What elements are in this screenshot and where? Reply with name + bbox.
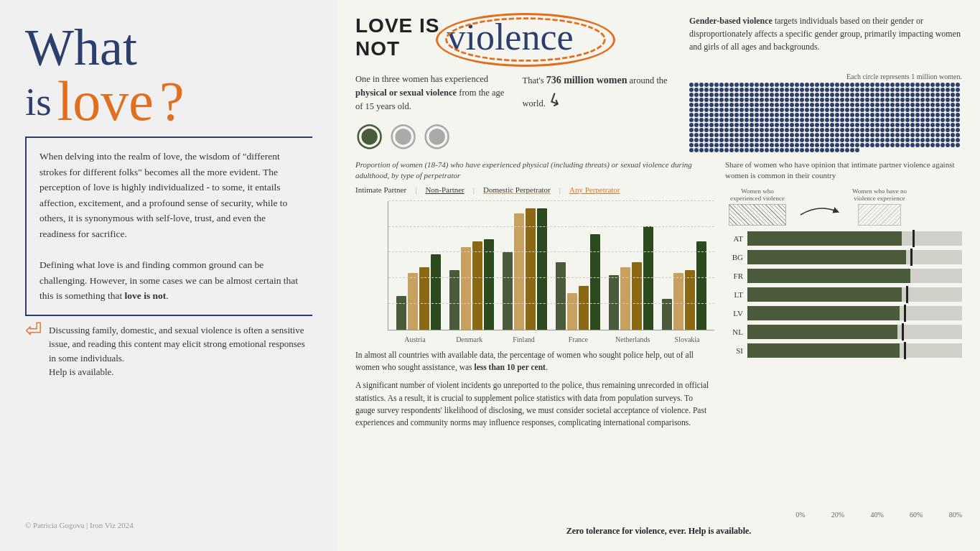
- dot: [729, 128, 734, 132]
- dot: [905, 113, 910, 117]
- dot: [935, 128, 940, 132]
- dot: [885, 118, 890, 122]
- dot: [770, 83, 774, 87]
- dot: [785, 108, 789, 112]
- dot: [880, 113, 885, 117]
- dot: [790, 123, 794, 127]
- dot: [865, 93, 869, 97]
- dot: [755, 98, 759, 102]
- dot: [805, 133, 809, 137]
- dot: [714, 103, 719, 107]
- hbar-fill: [747, 231, 902, 246]
- dot: [930, 93, 935, 97]
- dot: [951, 88, 955, 92]
- dot: [845, 83, 849, 87]
- one-in-three-text: One in three women has experienced physi…: [355, 73, 508, 113]
- dot: [775, 93, 779, 97]
- bar-any: [431, 254, 441, 329]
- hbar-track: [747, 325, 962, 339]
- dot: [951, 108, 955, 112]
- dot: [714, 138, 719, 142]
- dot: [825, 123, 829, 127]
- dot: [830, 123, 834, 127]
- legend-domestic[interactable]: Domestic Perpetrator: [483, 185, 551, 195]
- dot: [760, 148, 764, 152]
- dot: [729, 143, 734, 147]
- dot: [830, 108, 834, 112]
- dot: [755, 118, 759, 122]
- legend-nonpartner[interactable]: Non-Partner: [425, 185, 464, 195]
- dot: [719, 103, 724, 107]
- legend-intimate[interactable]: Intimate Partner: [355, 185, 406, 195]
- hbar-country-label: LV: [725, 309, 743, 318]
- dot: [890, 138, 895, 142]
- dot: [785, 83, 789, 87]
- dot: [875, 118, 879, 122]
- dot: [905, 123, 910, 127]
- legend-row: Intimate Partner | Non-Partner | Domesti…: [355, 185, 714, 195]
- dot: [755, 128, 759, 132]
- dot: [930, 118, 935, 122]
- dot: [694, 103, 699, 107]
- dot: [865, 128, 869, 132]
- dot: [709, 83, 714, 87]
- dot: [920, 118, 925, 122]
- dot: [820, 108, 824, 112]
- dot: [765, 93, 769, 97]
- legend-any[interactable]: Any Perpetrator: [569, 185, 620, 195]
- dot: [845, 148, 849, 152]
- dot: [895, 88, 900, 92]
- dot: [795, 143, 799, 147]
- dot: [855, 118, 859, 122]
- dot: [870, 98, 874, 102]
- dot: [704, 133, 709, 137]
- dot: [815, 113, 819, 117]
- dot: [915, 128, 920, 132]
- hbar-row: BG: [725, 250, 962, 264]
- dot: [946, 123, 950, 127]
- dot: [750, 148, 754, 152]
- dot: [785, 98, 789, 102]
- dot: [870, 118, 874, 122]
- gridline: [388, 303, 714, 304]
- dot: [724, 148, 729, 152]
- dot: [840, 138, 844, 142]
- dot: [941, 98, 945, 102]
- dot: [755, 108, 759, 112]
- dot: [895, 113, 900, 117]
- dot: [956, 118, 960, 122]
- dot: [785, 143, 789, 147]
- dot: [719, 128, 724, 132]
- dot: [875, 88, 879, 92]
- dot: [925, 98, 930, 102]
- dot: [815, 88, 819, 92]
- dot: [694, 98, 699, 102]
- dot: [946, 113, 950, 117]
- dot: [835, 133, 839, 137]
- bar-any: [696, 241, 706, 329]
- dot: [956, 103, 960, 107]
- dot: [729, 148, 734, 152]
- dot: [785, 123, 789, 127]
- dot: [790, 83, 794, 87]
- dot: [805, 143, 809, 147]
- chart-wrapper: 50%40%30%20%10%0% AustriaDenmarkFinlandF…: [355, 201, 714, 343]
- dot: [805, 123, 809, 127]
- dot: [734, 123, 739, 127]
- not-text: NOT: [355, 37, 400, 60]
- dot: [755, 103, 759, 107]
- dot: [935, 143, 940, 147]
- dot: [885, 83, 890, 87]
- dot: [699, 93, 704, 97]
- figures-row: ◉ ◉ ◉: [355, 119, 508, 151]
- dot: [800, 113, 804, 117]
- dot: [739, 88, 744, 92]
- dot: [770, 88, 774, 92]
- dot: [935, 118, 940, 122]
- dot: [770, 103, 774, 107]
- hbar-sketch-legend: Women who experienced violence Women who…: [725, 187, 962, 226]
- dot: [830, 133, 834, 137]
- dot: [800, 98, 804, 102]
- country-group: [445, 200, 498, 330]
- bracket-paragraph2: Defining what love is and finding common…: [39, 257, 302, 304]
